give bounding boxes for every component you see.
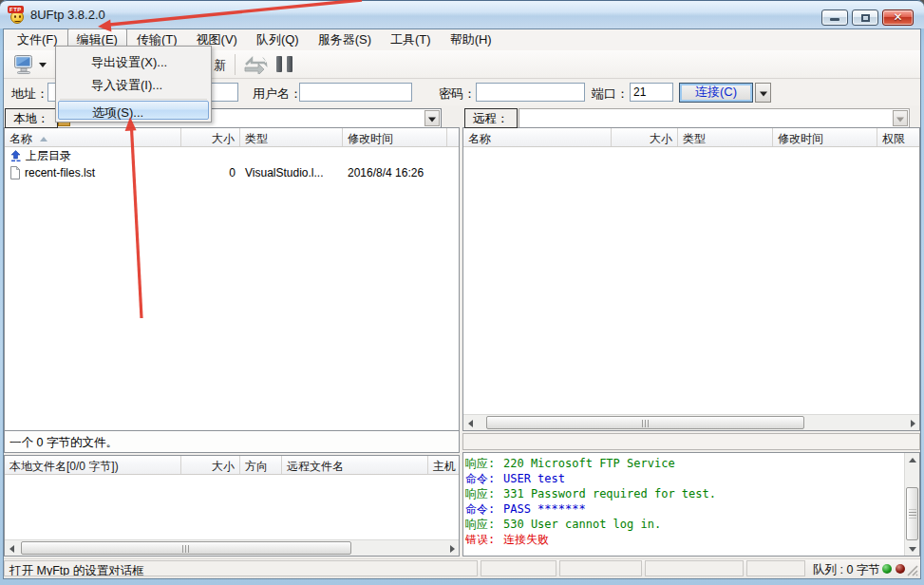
grip-icon (641, 420, 650, 427)
title-bar: FTP 8UFtp 3.8.2.0 ✕ (0, 0, 924, 28)
connect-site-button[interactable] (9, 52, 53, 77)
column-header-modified[interactable]: 修改时间 (343, 128, 447, 146)
chevron-down-icon (428, 117, 436, 122)
column-header-permissions[interactable]: 权限 (877, 128, 919, 146)
statusbar-cell (645, 560, 744, 576)
connect-button[interactable]: 连接(C) (679, 83, 753, 103)
scrollbar-thumb[interactable] (486, 416, 804, 429)
scrollbar-thumb[interactable] (906, 487, 918, 540)
app-logo-icon: FTP (8, 6, 27, 25)
minimize-button[interactable] (821, 9, 848, 26)
refresh-button-partial[interactable]: 新 (214, 57, 226, 74)
menu-item-import-settings[interactable]: 导入设置(I)... (58, 74, 209, 93)
address-label: 地址： (11, 85, 48, 103)
arrow-right-icon (911, 420, 915, 427)
list-item-parent-dir[interactable]: 上层目录 (5, 147, 459, 164)
local-file-panel: 名称 大小 类型 修改时间 上层目录 (4, 127, 460, 453)
chevron-down-icon (760, 91, 767, 96)
column-header-type[interactable]: 类型 (678, 128, 773, 146)
log-line: 错误:连接失败 (465, 532, 902, 547)
scroll-up-button[interactable] (905, 453, 919, 467)
close-button[interactable]: ✕ (882, 9, 914, 26)
arrow-left-icon (9, 545, 14, 553)
edit-menu-dropdown: 导出设置(X)... 导入设置(I)... 选项(S)... (55, 46, 212, 123)
file-icon (9, 166, 21, 179)
arrow-left-icon (468, 420, 473, 427)
log-vertical-scrollbar[interactable] (904, 453, 919, 556)
column-header-type[interactable]: 类型 (240, 128, 343, 146)
column-header-name[interactable]: 名称 (5, 128, 181, 146)
statusbar-cell (746, 560, 805, 576)
pause-icon (287, 56, 292, 72)
sort-ascending-icon (40, 137, 47, 142)
resize-grip[interactable] (905, 563, 919, 577)
password-input[interactable] (476, 83, 585, 102)
log-line: 命令:USER test (465, 471, 902, 486)
transfer-button[interactable] (242, 55, 269, 78)
port-label: 端口： (592, 85, 629, 103)
local-file-list: 上层目录 recent-files.lst 0 VisualStudio.l..… (5, 147, 459, 430)
scroll-right-button[interactable] (444, 540, 459, 556)
column-header-size[interactable]: 大小 (612, 128, 678, 146)
password-label: 密码： (439, 85, 476, 103)
statusbar-cell (559, 560, 642, 576)
port-input[interactable] (630, 83, 673, 102)
remote-status-strip (462, 433, 920, 450)
folder-up-icon (9, 150, 22, 162)
menu-item-options[interactable]: 选项(S)... (58, 101, 209, 120)
tab-remote[interactable]: 远程： (464, 108, 518, 128)
list-item-file[interactable]: recent-files.lst 0 VisualStudio.l... 201… (5, 164, 459, 181)
transfer-queue-panel: 本地文件名[0/0 字节]) 大小 方向 远程文件名 主机 (4, 455, 460, 557)
column-header-size[interactable]: 大小 (181, 456, 240, 474)
arrow-down-icon (909, 547, 916, 552)
local-status-text: 一个 0 字节的文件。 (5, 430, 459, 452)
scroll-down-button[interactable] (905, 541, 919, 556)
status-led-red-icon (896, 564, 905, 574)
username-input[interactable] (299, 83, 412, 102)
menubar-item-queue[interactable]: 队列(Q) (247, 28, 309, 51)
column-header-modified[interactable]: 修改时间 (773, 128, 877, 146)
statusbar-cell (481, 560, 556, 576)
grip-icon (182, 545, 191, 553)
local-list-header: 名称 大小 类型 修改时间 (5, 128, 459, 147)
column-header-size[interactable]: 大小 (181, 128, 240, 146)
username-label: 用户名： (253, 85, 302, 103)
column-header-name[interactable]: 名称 (463, 128, 612, 146)
column-header-host[interactable]: 主机 (428, 456, 459, 474)
scroll-left-button[interactable] (463, 415, 478, 430)
remote-path-combobox (519, 108, 910, 128)
restore-icon (861, 14, 870, 22)
scroll-left-button[interactable] (5, 540, 19, 556)
transfer-arrows-icon (242, 55, 269, 74)
app-window: FTP 8UFtp 3.8.2.0 ✕ 文件(F) 编辑(E) 传输(T) 视图… (0, 0, 924, 585)
remote-file-panel: 名称 大小 类型 修改时间 权限 (462, 127, 920, 431)
log-lines: 响应:220 Microsoft FTP Service 命令:USER tes… (465, 456, 902, 547)
tab-local[interactable]: 本地： (5, 108, 58, 128)
menubar-item-tools[interactable]: 工具(T) (381, 28, 441, 51)
local-path-dropdown-button[interactable] (424, 110, 440, 126)
log-line: 命令:PASS ******* (465, 501, 902, 517)
connect-dropdown-button[interactable] (755, 83, 771, 103)
column-header-remote-filename[interactable]: 远程文件名 (282, 456, 428, 474)
queue-horizontal-scrollbar[interactable] (5, 539, 459, 556)
log-line: 响应:530 User cannot log in. (465, 517, 902, 532)
menu-item-export-settings[interactable]: 导出设置(X)... (58, 51, 209, 70)
log-line: 响应:220 Microsoft FTP Service (465, 456, 902, 471)
column-header-local-filename[interactable]: 本地文件名[0/0 字节]) (5, 456, 181, 474)
scrollbar-thumb[interactable] (21, 541, 351, 555)
menubar-item-server[interactable]: 服务器(S) (309, 28, 381, 51)
menubar-item-help[interactable]: 帮助(H) (441, 28, 501, 51)
restore-button[interactable] (852, 9, 878, 26)
menu-separator (60, 99, 207, 100)
log-panel: 响应:220 Microsoft FTP Service 命令:USER tes… (462, 452, 920, 557)
toolbar-separator (235, 54, 236, 75)
window-title: 8UFtp 3.8.2.0 (30, 8, 105, 22)
chevron-down-icon (896, 117, 904, 122)
remote-horizontal-scrollbar[interactable] (463, 414, 919, 430)
column-header-direction[interactable]: 方向 (240, 456, 282, 474)
queue-list (5, 475, 459, 539)
scroll-right-button[interactable] (905, 415, 919, 430)
pause-button[interactable] (276, 56, 292, 72)
status-led-green-icon (882, 564, 892, 574)
remote-file-list (463, 147, 919, 414)
